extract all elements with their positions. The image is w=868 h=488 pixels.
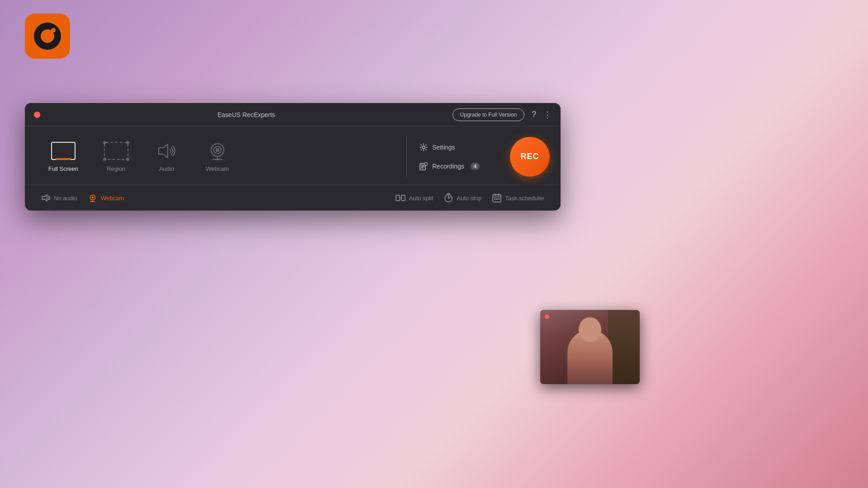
auto-stop-icon bbox=[444, 193, 453, 202]
webcam-icon-wrap bbox=[205, 141, 230, 161]
webcam-bottom-icon bbox=[88, 194, 97, 202]
rec-label: REC bbox=[520, 152, 539, 161]
settings-item[interactable]: Settings bbox=[418, 140, 490, 155]
auto-stop-label: Auto stop bbox=[457, 195, 481, 202]
svg-rect-8 bbox=[425, 163, 427, 165]
svg-rect-27 bbox=[494, 198, 495, 200]
svg-rect-16 bbox=[396, 195, 400, 201]
task-scheduler-item[interactable]: Task scheduler bbox=[487, 192, 550, 204]
recordings-label: Recordings bbox=[432, 163, 464, 170]
right-panel: Settings Recordings 4 bbox=[418, 140, 490, 174]
title-bar: EaseUS RecExperts Upgrade to Full Versio… bbox=[25, 103, 561, 127]
webcam-recording-indicator bbox=[545, 314, 549, 319]
full-screen-icon-wrap bbox=[51, 141, 76, 161]
upgrade-button[interactable]: Upgrade to Full Version bbox=[453, 108, 524, 121]
svg-rect-29 bbox=[498, 198, 500, 200]
region-label: Region bbox=[107, 165, 125, 172]
recordings-icon bbox=[420, 162, 428, 170]
no-audio-icon bbox=[41, 194, 50, 202]
person-silhouette bbox=[567, 330, 613, 384]
mode-region[interactable]: Region bbox=[91, 136, 142, 178]
rec-button[interactable]: REC bbox=[510, 137, 550, 177]
svg-point-6 bbox=[422, 146, 425, 149]
audio-label: Audio bbox=[159, 165, 174, 172]
person-head bbox=[579, 317, 601, 342]
full-screen-icon bbox=[51, 142, 75, 160]
more-button[interactable]: ⋮ bbox=[543, 110, 552, 120]
mode-full-screen[interactable]: Full Screen bbox=[36, 136, 91, 178]
full-screen-label: Full Screen bbox=[48, 165, 78, 172]
app-icon-graphic bbox=[34, 23, 61, 50]
svg-rect-28 bbox=[496, 198, 498, 200]
no-audio-label: No audio bbox=[54, 195, 77, 202]
bottom-bar: No audio Webcam Auto split bbox=[25, 185, 561, 211]
webcam-preview-window bbox=[540, 310, 640, 384]
svg-marker-9 bbox=[42, 195, 47, 201]
webcam-video bbox=[540, 310, 640, 384]
audio-icon-wrap bbox=[154, 141, 179, 161]
svg-point-13 bbox=[92, 197, 94, 199]
webcam-icon bbox=[206, 141, 229, 161]
recordings-badge: 4 bbox=[471, 163, 480, 170]
app-icon[interactable] bbox=[25, 14, 70, 59]
auto-stop-item[interactable]: Auto stop bbox=[439, 192, 487, 204]
webcam-bottom-label: Webcam bbox=[101, 195, 124, 202]
title-actions: Upgrade to Full Version ? ⋮ bbox=[453, 108, 552, 121]
webcam-item[interactable]: Webcam bbox=[83, 192, 129, 204]
no-audio-item[interactable]: No audio bbox=[36, 192, 83, 203]
capture-modes: Full Screen Region bbox=[36, 136, 407, 178]
rec-button-wrap: REC bbox=[501, 137, 550, 177]
region-icon-wrap bbox=[104, 141, 129, 161]
svg-marker-0 bbox=[159, 144, 168, 158]
svg-rect-17 bbox=[401, 195, 405, 201]
main-content: Full Screen Region bbox=[25, 127, 561, 185]
task-scheduler-label: Task scheduler bbox=[505, 195, 544, 202]
main-panel: EaseUS RecExperts Upgrade to Full Versio… bbox=[25, 103, 561, 211]
recordings-item[interactable]: Recordings 4 bbox=[418, 159, 490, 174]
mode-webcam[interactable]: Webcam bbox=[192, 136, 243, 178]
mode-audio[interactable]: Audio bbox=[142, 136, 192, 178]
auto-split-icon bbox=[396, 194, 406, 202]
webcam-label: Webcam bbox=[206, 165, 229, 172]
settings-label: Settings bbox=[432, 144, 455, 151]
bottom-right-items: Auto split Auto stop bbox=[390, 192, 550, 204]
svg-point-3 bbox=[216, 148, 219, 152]
auto-split-label: Auto split bbox=[409, 195, 433, 202]
help-button[interactable]: ? bbox=[532, 110, 536, 119]
task-scheduler-icon bbox=[492, 193, 501, 202]
auto-split-item[interactable]: Auto split bbox=[390, 192, 439, 204]
region-icon bbox=[104, 142, 128, 160]
settings-icon bbox=[420, 143, 428, 151]
close-button[interactable] bbox=[34, 112, 40, 118]
audio-icon bbox=[155, 142, 179, 160]
app-title: EaseUS RecExperts bbox=[40, 111, 453, 118]
background-shelf bbox=[608, 310, 640, 384]
